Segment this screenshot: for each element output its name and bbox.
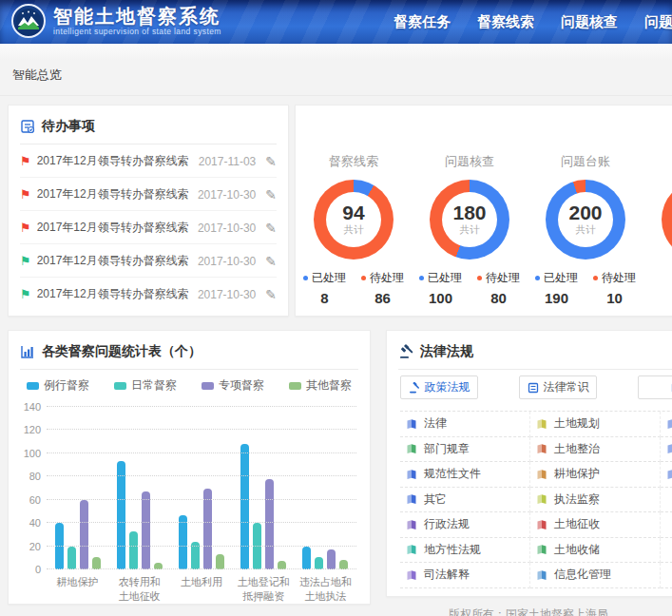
x-category-label: 土地利用 — [170, 575, 232, 604]
bar-chart-plot: 020406080100120140 — [47, 407, 356, 569]
bar-例行督察 — [302, 547, 311, 569]
y-tick-label: 140 — [24, 401, 41, 413]
book-icon — [536, 418, 547, 430]
processed: 已处理8 — [303, 270, 346, 306]
brand-logo: 智能土地督察系统 intelligent supervision of stat… — [11, 4, 221, 38]
processed-value: 100 — [429, 290, 452, 306]
bar-例行督察 — [117, 461, 125, 569]
x-axis-labels: 耕地保护农转用和 土地征收土地利用土地登记和 抵押融资违法占地和 土地执法 — [47, 575, 356, 604]
donut-center: 94共计 — [326, 192, 381, 247]
stat-total-label: 共计 — [460, 223, 480, 237]
law-link[interactable]: 土地整治 — [530, 437, 661, 463]
law-link[interactable]: 耕地保护 — [530, 462, 661, 488]
main-nav: 督察任务督察线索问题核查问题台账 — [394, 0, 672, 44]
law-link[interactable]: 土地收储 — [530, 538, 661, 564]
law-link[interactable]: 部门规章 — [400, 437, 530, 463]
stat-title: 问题核查 — [445, 153, 494, 170]
law-link[interactable] — [661, 412, 672, 437]
law-link[interactable]: 信息化管理 — [530, 563, 661, 588]
donut-center: 180共计 — [442, 192, 497, 247]
edit-pencil-icon[interactable]: ✎ — [265, 254, 277, 269]
stats-panel: 督察线索94共计已处理8待处理86问题核查180共计已处理100待处理80问题台… — [295, 105, 672, 317]
processed: 已处理100 — [419, 270, 462, 306]
laws-panel-title: 法律法规 — [420, 343, 473, 360]
bar-group — [179, 489, 224, 570]
donut-center: 200共计 — [558, 192, 613, 247]
stat-legend: 已处理8待处理86 — [303, 270, 404, 306]
bar-group — [302, 547, 348, 569]
law-link[interactable]: 法律 — [400, 412, 530, 437]
legend-dot-icon — [361, 276, 366, 280]
law-link[interactable]: 行政法规 — [400, 512, 530, 538]
book-icon — [406, 544, 417, 555]
stat-total-value: 94 — [342, 202, 364, 223]
law-tab-2[interactable]: 法律常识 — [519, 375, 597, 399]
pending-label: 待处理 — [593, 270, 636, 286]
law-link[interactable]: 土地征收 — [530, 512, 661, 538]
legend-item[interactable]: 专项督察 — [202, 377, 264, 394]
pending-value: 10 — [606, 290, 623, 306]
law-link[interactable]: 地方性法规 — [400, 538, 530, 564]
law-link[interactable]: 其它 — [400, 488, 530, 513]
nav-item-4[interactable]: 问题台账 — [644, 13, 672, 31]
law-tab-3[interactable] — [638, 375, 672, 399]
flag-icon: ⚑ — [20, 189, 31, 201]
book-icon — [406, 519, 417, 530]
bar-专项督察 — [80, 500, 88, 569]
book-icon — [536, 493, 547, 505]
legend-dot-icon — [477, 276, 482, 280]
chart-legend: 例行督察日常督察专项督察其他督察 — [9, 377, 370, 394]
todo-item[interactable]: ⚑2017年12月领导转办督察线索2017-10-30✎ — [20, 244, 277, 278]
law-link[interactable]: 土地规划 — [530, 412, 661, 437]
todo-item-title: 2017年12月领导转办督察线索 — [37, 186, 192, 202]
book-icon — [406, 443, 417, 454]
book-icon — [536, 544, 547, 555]
law-tab-1[interactable]: 政策法规 — [400, 375, 478, 399]
todo-item-date: 2017-11-03 — [191, 155, 256, 168]
legend-item[interactable]: 例行督察 — [27, 377, 89, 394]
divider — [20, 369, 358, 370]
gridline: 80 — [47, 475, 356, 476]
divider — [0, 95, 672, 96]
bar-例行督察 — [240, 444, 249, 569]
todo-item[interactable]: ⚑2017年12月领导转办督察线索2017-10-30✎ — [20, 278, 277, 310]
issues-chart-panel: 各类督察问题统计表（个） 例行督察日常督察专项督察其他督察 0204060801… — [8, 330, 371, 605]
law-link[interactable]: 执法监察 — [530, 488, 661, 513]
nav-item-2[interactable]: 督察线索 — [477, 13, 534, 31]
donut-chart — [662, 180, 672, 260]
gridline: 120 — [47, 429, 356, 430]
law-link[interactable]: 司法解释 — [400, 563, 530, 588]
top-navbar: 智能土地督察系统 intelligent supervision of stat… — [0, 0, 672, 44]
y-tick-label: 80 — [29, 471, 41, 482]
stat-title: 问题台账 — [561, 153, 610, 170]
nav-item-1[interactable]: 督察任务 — [394, 13, 451, 31]
todo-item[interactable]: ⚑2017年12月领导转办督察线索2017-10-30✎ — [20, 211, 277, 244]
flag-icon: ⚑ — [20, 256, 31, 267]
pending-label: 待处理 — [477, 270, 520, 286]
edit-pencil-icon[interactable]: ✎ — [265, 221, 277, 236]
pending-value: 80 — [490, 290, 507, 306]
y-tick-label: 20 — [29, 541, 41, 552]
breadcrumb: 智能总览 — [12, 67, 62, 84]
book-icon — [666, 469, 672, 480]
edit-pencil-icon[interactable]: ✎ — [265, 287, 277, 302]
app-title: 智能土地督察系统 — [53, 6, 221, 27]
nav-item-3[interactable]: 问题核查 — [561, 13, 618, 31]
bar-专项督察 — [142, 491, 150, 569]
edit-pencil-icon[interactable]: ✎ — [265, 154, 277, 169]
todo-panel: 待办事项 ⚑2017年12月领导转办督察线索2017-11-03✎⚑2017年1… — [8, 105, 289, 317]
x-category-label: 耕地保护 — [47, 575, 108, 604]
law-link[interactable] — [661, 437, 672, 463]
legend-item[interactable]: 日常督察 — [114, 377, 177, 394]
edit-pencil-icon[interactable]: ✎ — [265, 187, 277, 202]
todo-item[interactable]: ⚑2017年12月领导转办督察线索2017-10-30✎ — [20, 178, 277, 211]
legend-item[interactable]: 其他督察 — [289, 377, 352, 394]
stat-legend: 已处理190待处理10 — [535, 270, 636, 306]
pending: 待处理80 — [477, 270, 520, 306]
todo-panel-header: 待办事项 — [9, 106, 288, 144]
law-link[interactable]: 规范性文件 — [400, 462, 530, 488]
law-link[interactable] — [661, 462, 672, 488]
processed-label: 已处理 — [419, 270, 462, 286]
legend-swatch — [202, 382, 214, 390]
todo-item[interactable]: ⚑2017年12月领导转办督察线索2017-11-03✎ — [20, 144, 277, 178]
